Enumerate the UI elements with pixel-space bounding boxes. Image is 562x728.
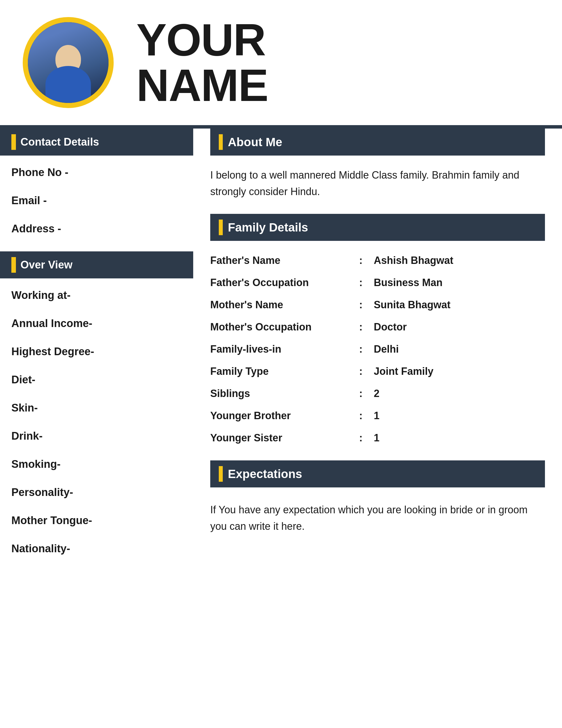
family-table-row: Father's Name:Ashish Bhagwat (210, 249, 545, 272)
left-sidebar: Contact Details Phone No - Email - Addre… (0, 129, 193, 563)
family-row-value: 2 (371, 382, 545, 405)
family-table-row: Family-lives-in:Delhi (210, 338, 545, 360)
family-table-row: Younger Brother:1 (210, 405, 545, 427)
family-row-label: Mother's Occupation (210, 316, 351, 338)
overview-label: Over View (20, 259, 72, 271)
profile-name: YOUR NAME (136, 17, 268, 108)
annual-income-field: Annual Income- (0, 309, 193, 338)
separator-bar (0, 125, 562, 129)
family-row-value: Doctor (371, 316, 545, 338)
header-section: YOUR NAME (0, 0, 562, 125)
diet-label: Diet- (11, 374, 35, 386)
family-details-header: Family Details (210, 214, 545, 241)
family-row-value: Ashish Bhagwat (371, 249, 545, 272)
right-content: About Me I belong to a well mannered Mid… (193, 129, 562, 563)
phone-label: Phone No - (11, 166, 69, 178)
family-row-label: Father's Name (210, 249, 351, 272)
family-row-label: Siblings (210, 382, 351, 405)
annual-income-label: Annual Income- (11, 317, 92, 329)
expectations-text: If You have any expectation which you ar… (210, 496, 545, 540)
sidebar-spacer-1 (0, 243, 193, 251)
highest-degree-field: Highest Degree- (0, 338, 193, 366)
expectations-label: Expectations (228, 467, 302, 481)
personality-label: Personality- (11, 486, 73, 498)
family-table-row: Younger Sister:1 (210, 427, 545, 449)
name-line1: YOUR (136, 14, 266, 65)
mother-tongue-field: Mother Tongue- (0, 506, 193, 535)
family-row-label: Younger Brother (210, 405, 351, 427)
family-table-row: Siblings:2 (210, 382, 545, 405)
family-row-label: Mother's Name (210, 294, 351, 316)
contact-details-label: Contact Details (20, 136, 99, 148)
family-row-label: Father's Occupation (210, 272, 351, 294)
family-details-label: Family Details (228, 221, 308, 234)
family-table-body: Father's Name:Ashish BhagwatFather's Occ… (210, 249, 545, 449)
family-table-row: Mother's Name:Sunita Bhagwat (210, 294, 545, 316)
nationality-label: Nationality- (11, 543, 70, 555)
about-me-header: About Me (210, 129, 545, 156)
mother-tongue-label: Mother Tongue- (11, 514, 92, 526)
email-field: Email - (0, 187, 193, 215)
person-body-shape (45, 66, 91, 103)
family-row-colon: : (351, 360, 371, 382)
family-row-colon: : (351, 272, 371, 294)
family-accent-bar (219, 220, 223, 235)
profile-photo (28, 22, 109, 103)
drink-label: Drink- (11, 430, 43, 442)
family-row-colon: : (351, 294, 371, 316)
family-table-row: Mother's Occupation:Doctor (210, 316, 545, 338)
family-row-colon: : (351, 338, 371, 360)
personality-field: Personality- (0, 478, 193, 506)
expectations-accent-bar (219, 466, 223, 482)
working-at-field: Working at- (0, 281, 193, 309)
family-table: Father's Name:Ashish BhagwatFather's Occ… (210, 249, 545, 449)
overview-header: Over View (0, 251, 193, 278)
family-table-row: Father's Occupation:Business Man (210, 272, 545, 294)
email-label: Email - (11, 195, 47, 206)
family-row-value: Delhi (371, 338, 545, 360)
family-row-value: Business Man (371, 272, 545, 294)
working-at-label: Working at- (11, 289, 71, 301)
smoking-field: Smoking- (0, 450, 193, 478)
contact-details-header: Contact Details (0, 129, 193, 156)
family-row-colon: : (351, 382, 371, 405)
drink-field: Drink- (0, 422, 193, 450)
skin-field: Skin- (0, 394, 193, 422)
family-row-value: 1 (371, 427, 545, 449)
family-row-label: Younger Sister (210, 427, 351, 449)
family-row-value: Sunita Bhagwat (371, 294, 545, 316)
diet-field: Diet- (0, 366, 193, 394)
contact-accent-bar (11, 134, 16, 150)
name-section: YOUR NAME (136, 17, 268, 108)
family-row-label: Family-lives-in (210, 338, 351, 360)
highest-degree-label: Highest Degree- (11, 346, 94, 357)
about-me-text: I belong to a well mannered Middle Class… (210, 164, 545, 214)
phone-field: Phone No - (0, 158, 193, 187)
family-row-value: 1 (371, 405, 545, 427)
overview-accent-bar (11, 257, 16, 273)
expectations-header: Expectations (210, 460, 545, 487)
about-accent-bar (219, 134, 223, 150)
family-row-label: Family Type (210, 360, 351, 382)
family-row-value: Joint Family (371, 360, 545, 382)
about-me-label: About Me (228, 135, 282, 149)
nationality-field: Nationality- (0, 535, 193, 563)
skin-label: Skin- (11, 402, 38, 414)
address-label: Address - (11, 223, 61, 235)
family-table-row: Family Type:Joint Family (210, 360, 545, 382)
family-row-colon: : (351, 405, 371, 427)
family-row-colon: : (351, 427, 371, 449)
address-field: Address - (0, 215, 193, 243)
family-row-colon: : (351, 316, 371, 338)
name-line2: NAME (136, 60, 268, 111)
main-content: Contact Details Phone No - Email - Addre… (0, 129, 562, 563)
profile-photo-container (23, 17, 114, 108)
smoking-label: Smoking- (11, 458, 61, 470)
family-row-colon: : (351, 249, 371, 272)
